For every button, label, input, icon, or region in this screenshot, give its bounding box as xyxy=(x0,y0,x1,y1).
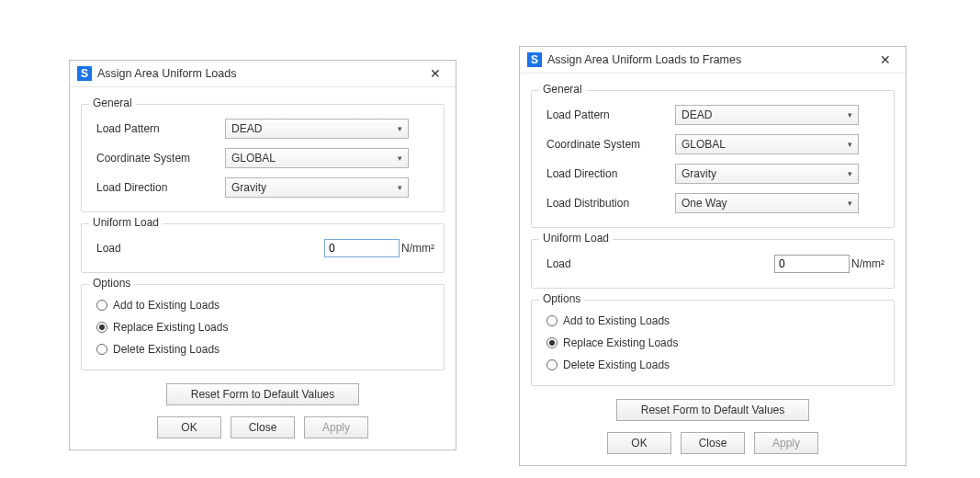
select-load-direction-value: Gravity xyxy=(681,167,844,180)
select-load-pattern[interactable]: DEAD ▾ xyxy=(675,105,859,125)
radio-add-to-existing[interactable]: Add to Existing Loads xyxy=(91,294,434,316)
titlebar: S Assign Area Uniform Loads ✕ xyxy=(70,61,456,87)
group-uniform-load: Uniform Load Load N/mm² xyxy=(531,239,895,289)
app-icon: S xyxy=(77,66,92,81)
group-label-uniform-load: Uniform Load xyxy=(89,216,163,229)
apply-button[interactable]: Apply xyxy=(754,432,818,454)
ok-button[interactable]: OK xyxy=(607,432,671,454)
reset-button[interactable]: Reset Form to Default Values xyxy=(616,399,809,421)
group-label-options: Options xyxy=(89,277,134,290)
radio-label: Add to Existing Loads xyxy=(563,314,670,327)
radio-label: Delete Existing Loads xyxy=(563,358,670,371)
app-icon: S xyxy=(527,52,542,67)
select-coordinate-system[interactable]: GLOBAL ▾ xyxy=(225,148,409,168)
close-button[interactable]: Close xyxy=(681,432,745,454)
chevron-down-icon: ▾ xyxy=(398,124,402,133)
label-load-direction: Load Direction xyxy=(541,167,675,180)
select-load-distribution-value: One Way xyxy=(681,197,844,210)
label-load-unit: N/mm² xyxy=(851,257,884,270)
radio-replace-existing[interactable]: Replace Existing Loads xyxy=(91,316,434,338)
radio-label: Replace Existing Loads xyxy=(563,336,678,349)
chevron-down-icon: ▾ xyxy=(398,183,402,192)
radio-label: Add to Existing Loads xyxy=(113,299,220,312)
radio-add-to-existing[interactable]: Add to Existing Loads xyxy=(541,310,884,332)
group-options: Options Add to Existing Loads Replace Ex… xyxy=(81,284,445,370)
chevron-down-icon: ▾ xyxy=(848,110,852,120)
input-load-value[interactable] xyxy=(774,255,850,273)
label-load: Load xyxy=(91,242,324,255)
select-load-distribution[interactable]: One Way ▾ xyxy=(675,193,859,213)
chevron-down-icon: ▾ xyxy=(848,169,852,178)
radio-icon xyxy=(546,359,558,370)
select-load-direction[interactable]: Gravity ▾ xyxy=(675,164,859,184)
select-coordinate-system-value: GLOBAL xyxy=(681,138,844,151)
group-label-uniform-load: Uniform Load xyxy=(539,232,613,245)
label-load-distribution: Load Distribution xyxy=(541,197,675,210)
close-icon[interactable]: ✕ xyxy=(871,50,900,70)
select-load-direction[interactable]: Gravity ▾ xyxy=(225,177,409,198)
select-load-pattern[interactable]: DEAD ▾ xyxy=(225,119,409,139)
chevron-down-icon: ▾ xyxy=(398,154,402,163)
select-load-pattern-value: DEAD xyxy=(681,108,844,121)
group-label-options: Options xyxy=(539,292,584,305)
group-label-general: General xyxy=(89,97,136,109)
label-load-direction: Load Direction xyxy=(91,181,225,194)
radio-label: Delete Existing Loads xyxy=(113,343,220,356)
dialog-title: Assign Area Uniform Loads to Frames xyxy=(547,53,871,66)
apply-button[interactable]: Apply xyxy=(304,416,368,438)
radio-icon xyxy=(96,344,107,355)
chevron-down-icon: ▾ xyxy=(848,140,852,149)
group-label-general: General xyxy=(539,83,586,96)
close-icon[interactable]: ✕ xyxy=(421,63,450,84)
radio-icon xyxy=(546,337,558,348)
label-coordinate-system: Coordinate System xyxy=(541,138,675,151)
close-button[interactable]: Close xyxy=(231,416,295,438)
select-coordinate-system-value: GLOBAL xyxy=(231,152,394,165)
group-general: General Load Pattern DEAD ▾ Coordinate S… xyxy=(81,104,445,212)
group-uniform-load: Uniform Load Load N/mm² xyxy=(81,223,445,273)
chevron-down-icon: ▾ xyxy=(848,199,852,208)
dialog-assign-area-uniform-loads-to-frames: S Assign Area Uniform Loads to Frames ✕ … xyxy=(519,46,907,466)
select-load-direction-value: Gravity xyxy=(231,181,394,194)
select-load-pattern-value: DEAD xyxy=(231,122,394,135)
radio-icon xyxy=(546,315,558,326)
label-load-pattern: Load Pattern xyxy=(541,108,675,121)
input-load-value[interactable] xyxy=(324,239,400,257)
radio-icon xyxy=(96,322,107,333)
radio-delete-existing[interactable]: Delete Existing Loads xyxy=(541,354,884,376)
label-load-pattern: Load Pattern xyxy=(91,122,225,135)
ok-button[interactable]: OK xyxy=(157,416,221,438)
select-coordinate-system[interactable]: GLOBAL ▾ xyxy=(675,134,859,154)
dialog-title: Assign Area Uniform Loads xyxy=(97,67,421,80)
label-load: Load xyxy=(541,257,774,270)
radio-replace-existing[interactable]: Replace Existing Loads xyxy=(541,332,884,354)
reset-button[interactable]: Reset Form to Default Values xyxy=(166,383,359,405)
group-options: Options Add to Existing Loads Replace Ex… xyxy=(531,300,895,386)
radio-label: Replace Existing Loads xyxy=(113,321,228,334)
label-load-unit: N/mm² xyxy=(401,242,434,255)
radio-delete-existing[interactable]: Delete Existing Loads xyxy=(91,338,434,360)
label-coordinate-system: Coordinate System xyxy=(91,152,225,165)
titlebar: S Assign Area Uniform Loads to Frames ✕ xyxy=(520,47,906,74)
group-general: General Load Pattern DEAD ▾ Coordinate S… xyxy=(531,90,895,228)
dialog-assign-area-uniform-loads: S Assign Area Uniform Loads ✕ General Lo… xyxy=(69,60,456,450)
radio-icon xyxy=(96,300,107,311)
